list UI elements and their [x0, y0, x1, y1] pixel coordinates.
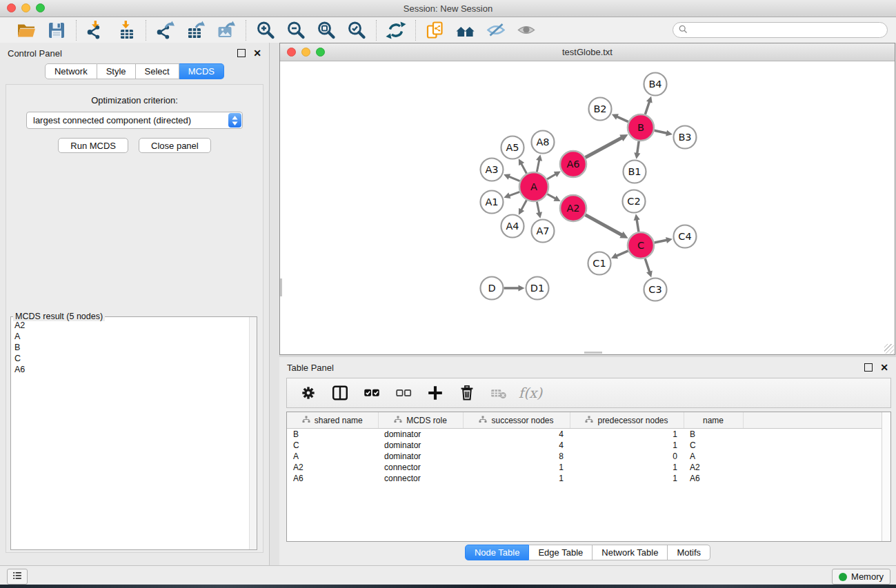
graph-edge-B-B4[interactable] — [645, 101, 650, 114]
graph-node-C1[interactable]: C1 — [588, 252, 611, 275]
close-table-panel-icon[interactable]: ✕ — [880, 363, 888, 372]
export-network-icon[interactable] — [155, 19, 177, 41]
graph-edge-A-A3[interactable] — [508, 176, 520, 181]
table-cell[interactable]: connector — [378, 473, 463, 484]
graph-edge-B-B2[interactable] — [616, 116, 628, 122]
table-cell[interactable]: 1 — [570, 429, 684, 440]
column-header-successor-nodes[interactable]: successor nodes — [463, 412, 570, 429]
table-cell[interactable]: 1 — [570, 462, 684, 473]
table-row[interactable]: Adominator80A — [287, 451, 890, 462]
graph-node-C[interactable]: C — [628, 232, 654, 258]
column-header-shared-name[interactable]: shared name — [287, 412, 378, 429]
graph-node-C2[interactable]: C2 — [623, 190, 646, 213]
table-tab-network-table[interactable]: Network Table — [593, 545, 668, 560]
graph-node-A2[interactable]: A2 — [560, 195, 586, 221]
table-row[interactable]: Cdominator41C — [287, 440, 890, 451]
graph-node-A4[interactable]: A4 — [501, 215, 524, 238]
graph-edge-C-C2[interactable] — [637, 219, 639, 232]
table-cell[interactable]: A — [287, 451, 378, 462]
export-table-icon[interactable] — [185, 19, 207, 41]
graph-node-A8[interactable]: A8 — [532, 131, 555, 154]
graph-edge-A-A7[interactable] — [537, 202, 539, 214]
delete-column-icon[interactable] — [457, 383, 477, 403]
graph-edge-C-C4[interactable] — [655, 240, 668, 243]
table-cell[interactable]: 4 — [463, 429, 570, 440]
table-cell[interactable]: C — [287, 440, 378, 451]
graph-node-B1[interactable]: B1 — [624, 161, 646, 183]
graph-node-A6[interactable]: A6 — [560, 151, 586, 177]
refresh-layout-icon[interactable] — [385, 19, 407, 41]
tab-select[interactable]: Select — [136, 63, 179, 79]
graph-node-B4[interactable]: B4 — [644, 73, 667, 96]
graph-node-A1[interactable]: A1 — [481, 191, 504, 214]
mcds-result-item[interactable]: A — [12, 331, 249, 342]
search-box[interactable] — [673, 22, 888, 38]
graph-edge-B-B1[interactable] — [637, 141, 639, 154]
table-cell[interactable]: A6 — [684, 473, 743, 484]
column-header-name[interactable]: name — [684, 412, 743, 429]
select-all-icon[interactable] — [361, 383, 382, 403]
mcds-result-item[interactable]: B — [12, 342, 249, 353]
window-resize-grip[interactable] — [884, 344, 894, 354]
table-cell[interactable]: A — [684, 451, 743, 462]
duplicate-network-icon[interactable] — [424, 19, 446, 41]
hide-panel-icon[interactable] — [485, 19, 507, 41]
close-panel-icon[interactable]: ✕ — [253, 48, 261, 58]
graph-edge-A-A8[interactable] — [537, 159, 539, 172]
export-image-icon[interactable] — [215, 19, 237, 41]
network-minimize-button[interactable] — [301, 48, 310, 57]
table-cell[interactable]: dominator — [378, 451, 463, 462]
settings-gear-icon[interactable] — [298, 383, 319, 403]
table-row[interactable]: A2connector11A2 — [287, 462, 890, 473]
graph-edge-C-C3[interactable] — [645, 258, 650, 273]
graph-edge-A-A4[interactable] — [521, 200, 526, 210]
minimize-window-button[interactable] — [21, 3, 30, 12]
table-scrollbar[interactable] — [882, 412, 890, 541]
table-cell[interactable]: dominator — [378, 429, 463, 440]
table-row[interactable]: Bdominator41B — [287, 429, 890, 440]
table-cell[interactable]: connector — [378, 462, 463, 473]
column-header-MCDS-role[interactable]: MCDS role — [378, 412, 463, 429]
table-cell[interactable]: B — [684, 429, 743, 440]
graph-edge-A-A2[interactable] — [547, 194, 556, 199]
graph-edge-A-A1[interactable] — [508, 192, 519, 196]
graph-node-A[interactable]: A — [519, 172, 548, 201]
zoom-window-button[interactable] — [36, 3, 45, 12]
table-cell[interactable]: 1 — [463, 473, 570, 484]
run-mcds-button[interactable]: Run MCDS — [58, 138, 128, 153]
import-table-icon[interactable] — [115, 19, 137, 41]
table-cell[interactable]: 8 — [463, 451, 570, 462]
vertical-splitter-handle[interactable] — [280, 278, 282, 296]
tab-mcds[interactable]: MCDS — [179, 63, 224, 79]
horizontal-splitter-handle[interactable] — [584, 352, 602, 354]
show-inactive-icon[interactable] — [515, 19, 537, 41]
column-header-predecessor-nodes[interactable]: predecessor nodes — [570, 412, 684, 429]
graph-edge-A2-C[interactable] — [586, 215, 623, 236]
zoom-selected-icon[interactable] — [346, 19, 368, 41]
zoom-in-icon[interactable] — [255, 19, 277, 41]
mcds-result-scrollbar[interactable] — [249, 317, 257, 549]
table-cell[interactable]: A2 — [287, 462, 378, 473]
add-column-icon[interactable] — [425, 383, 446, 403]
graph-node-D1[interactable]: D1 — [526, 277, 549, 300]
search-input[interactable] — [691, 25, 882, 36]
open-file-icon[interactable] — [15, 19, 37, 41]
task-history-button[interactable] — [7, 569, 28, 585]
close-window-button[interactable] — [7, 3, 16, 12]
tab-network[interactable]: Network — [45, 63, 97, 79]
table-row[interactable]: A6connector11A6 — [287, 473, 890, 484]
graph-edge-A-A6[interactable] — [547, 174, 557, 179]
graph-node-A3[interactable]: A3 — [481, 159, 504, 181]
table-cell[interactable]: 1 — [570, 440, 684, 451]
table-cell[interactable]: 4 — [463, 440, 570, 451]
close-panel-button[interactable]: Close panel — [139, 138, 211, 153]
graph-edge-C-C1[interactable] — [615, 251, 628, 256]
table-tab-edge-table[interactable]: Edge Table — [529, 545, 593, 560]
graph-node-B2[interactable]: B2 — [589, 98, 612, 121]
graph-node-D[interactable]: D — [481, 277, 504, 300]
table-cell[interactable]: B — [287, 429, 378, 440]
table-tab-node-table[interactable]: Node Table — [465, 545, 530, 560]
network-zoom-button[interactable] — [316, 48, 325, 57]
mcds-result-item[interactable]: A2 — [12, 320, 249, 331]
import-network-icon[interactable] — [85, 19, 107, 41]
